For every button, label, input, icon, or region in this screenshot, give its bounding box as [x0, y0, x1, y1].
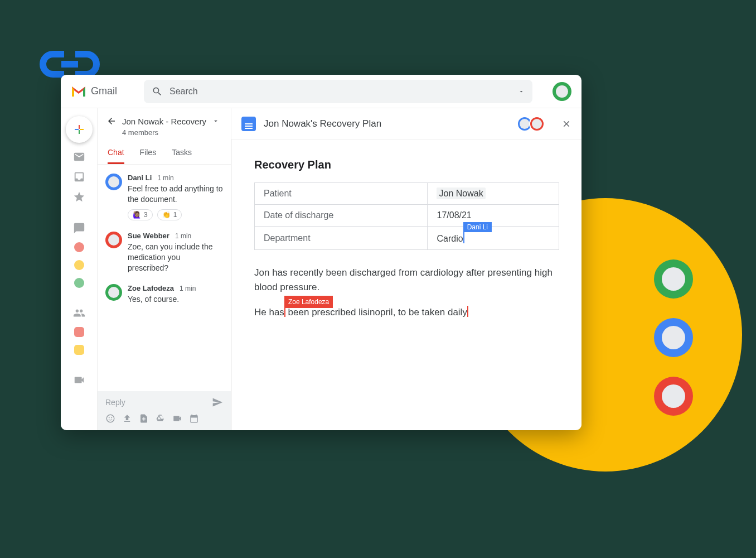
gmail-logo[interactable]: Gmail — [71, 85, 117, 98]
table-value: CardioDani Li — [428, 227, 559, 250]
table-value: 17/08/21 — [428, 205, 559, 227]
reaction-emoji: 👏 — [162, 211, 171, 219]
paragraph: He hasZoe Lafodeza been prescribed lisin… — [254, 305, 559, 320]
google-docs-icon — [241, 117, 256, 131]
video-icon[interactable] — [172, 413, 182, 424]
svg-text:+: + — [78, 377, 81, 383]
calendar-icon[interactable] — [189, 413, 199, 424]
chat-header: Jon Nowak - Recovery 4 members — [98, 108, 231, 140]
rail-space-red[interactable] — [74, 327, 84, 337]
gmail-window: Gmail Search — [61, 75, 581, 430]
reaction-pill[interactable]: 👏 1 — [157, 209, 182, 220]
message-time: 1 min — [180, 285, 196, 292]
rail-status-yellow[interactable] — [74, 260, 84, 270]
avatar — [105, 174, 122, 190]
table-value: Jon Nowak — [428, 183, 559, 205]
rail-status-green[interactable] — [74, 278, 84, 288]
reaction-count: 1 — [173, 211, 177, 219]
member-count: 4 members — [122, 128, 222, 137]
docs-new-icon[interactable] — [139, 413, 149, 424]
svg-point-1 — [106, 415, 114, 422]
search-placeholder: Search — [169, 86, 511, 97]
collaborator-cursor: Zoe Lafodeza — [284, 306, 285, 317]
svg-point-3 — [111, 417, 112, 419]
reaction-emoji: 🙋🏽‍♀️ — [133, 211, 141, 219]
caret-down-icon[interactable] — [518, 88, 525, 95]
tab-tasks[interactable]: Tasks — [172, 148, 192, 164]
chat-message: Sue Webber 1 min Zoe, can you include th… — [105, 232, 223, 273]
compose-button[interactable] — [66, 116, 93, 143]
reaction-pill[interactable]: 🙋🏽‍♀️ 3 — [128, 209, 153, 220]
message-text: Yes, of course. — [128, 294, 223, 305]
search-icon — [152, 86, 163, 97]
message-text: Zoe, can you include the medication you … — [128, 242, 223, 273]
app-label: Gmail — [91, 85, 117, 97]
topbar: Gmail Search — [61, 75, 581, 108]
send-icon[interactable] — [212, 397, 223, 408]
document-panel: Jon Nowak's Recovery Plan Recovery Plan … — [231, 108, 581, 430]
table-label: Patient — [255, 183, 428, 205]
caret-down-icon[interactable] — [212, 117, 220, 125]
info-table: Patient Jon Nowak Date of discharge 17/0… — [254, 182, 559, 250]
decor-avatar — [654, 318, 693, 357]
inbox-icon[interactable] — [73, 171, 85, 183]
star-icon[interactable] — [73, 191, 85, 203]
nav-rail: + — [61, 108, 98, 430]
table-row: Department CardioDani Li — [255, 227, 559, 250]
chat-message: Zoe Lafodeza 1 min Yes, of course. — [105, 284, 223, 305]
rail-space-yellow[interactable] — [74, 345, 84, 355]
decor-avatar — [654, 377, 693, 416]
avatar — [105, 232, 122, 248]
message-composer: Reply — [98, 391, 231, 430]
collaborator-avatars — [520, 116, 545, 132]
upload-icon[interactable] — [122, 413, 132, 424]
tab-files[interactable]: Files — [140, 148, 157, 164]
text-cursor — [467, 306, 468, 317]
message-author: Dani Li — [128, 174, 152, 182]
close-icon[interactable] — [561, 119, 571, 129]
message-author: Zoe Lafodeza — [128, 284, 174, 292]
search-bar[interactable]: Search — [144, 80, 532, 103]
spaces-icon[interactable] — [73, 307, 85, 319]
table-label: Department — [255, 227, 428, 250]
message-author: Sue Webber — [128, 232, 169, 240]
back-arrow-icon[interactable] — [106, 116, 117, 126]
message-time: 1 min — [157, 174, 173, 182]
emoji-icon[interactable] — [105, 413, 115, 424]
avatar — [105, 284, 122, 301]
meet-icon[interactable]: + — [73, 374, 85, 386]
table-label: Date of discharge — [255, 205, 428, 227]
message-text: Feel free to add anything to the documen… — [128, 184, 223, 205]
reply-input[interactable]: Reply — [105, 398, 212, 407]
document-body[interactable]: Recovery Plan Patient Jon Nowak Date of … — [231, 140, 581, 430]
drive-icon[interactable] — [156, 413, 166, 424]
table-row: Patient Jon Nowak — [255, 183, 559, 205]
message-list: Dani Li 1 min Feel free to add anything … — [98, 165, 231, 391]
chat-icon[interactable] — [73, 222, 85, 234]
tab-chat[interactable]: Chat — [108, 148, 124, 164]
document-heading: Recovery Plan — [254, 158, 559, 171]
reaction-count: 3 — [144, 211, 148, 219]
plus-icon — [72, 123, 86, 136]
collaborator-avatar[interactable] — [529, 116, 545, 132]
decor-avatar — [654, 259, 693, 299]
collaborator-cursor: Dani Li — [463, 232, 464, 243]
chat-tabs: Chat Files Tasks — [98, 140, 231, 165]
document-title: Jon Nowak's Recovery Plan — [264, 118, 512, 129]
gmail-m-icon — [71, 85, 86, 98]
paragraph: Jon has recently been discharged from ca… — [254, 266, 559, 295]
svg-point-2 — [109, 417, 110, 419]
table-row: Date of discharge 17/08/21 — [255, 205, 559, 227]
profile-avatar[interactable] — [553, 82, 571, 101]
mail-icon[interactable] — [73, 151, 85, 163]
document-header: Jon Nowak's Recovery Plan — [231, 108, 581, 140]
space-title[interactable]: Jon Nowak - Recovery — [122, 117, 206, 126]
chat-message: Dani Li 1 min Feel free to add anything … — [105, 174, 223, 220]
rail-status-red[interactable] — [74, 242, 84, 252]
chat-panel: Jon Nowak - Recovery 4 members Chat File… — [98, 108, 231, 430]
message-time: 1 min — [175, 232, 191, 240]
